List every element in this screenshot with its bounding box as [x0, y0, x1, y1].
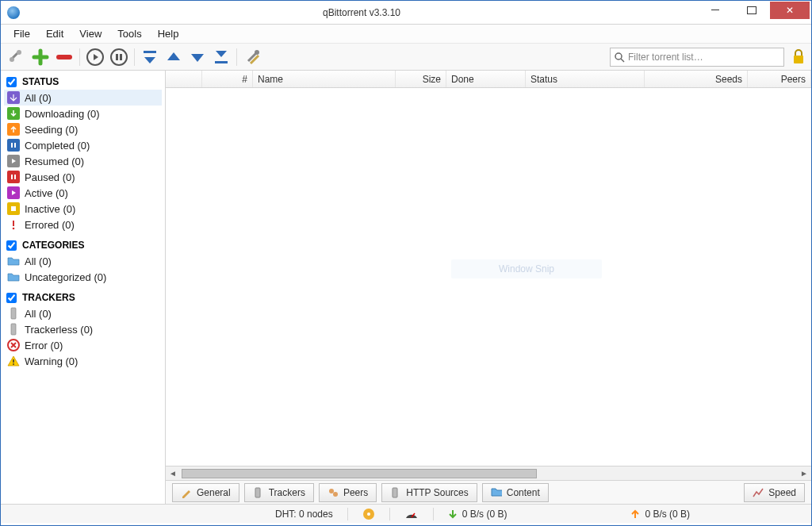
status-header-label: STATUS — [22, 76, 59, 87]
upload-speed[interactable]: 0 B/s (0 B) — [630, 509, 690, 520]
col-name[interactable]: Name — [253, 71, 396, 87]
speed-limit-button[interactable] — [404, 509, 419, 520]
svg-rect-11 — [794, 56, 803, 63]
horizontal-scrollbar[interactable]: ◄ ► — [166, 466, 811, 480]
svg-rect-7 — [144, 51, 156, 53]
trackers-group-header[interactable]: TRACKERS — [4, 290, 162, 305]
svg-point-4 — [111, 49, 127, 65]
filter-seeding-label: Seeding (0) — [25, 124, 78, 136]
tracker-warning[interactable]: Warning (0) — [4, 353, 162, 369]
filter-resumed[interactable]: Resumed (0) — [4, 153, 162, 169]
toolbar-separator — [79, 48, 80, 66]
svg-rect-14 — [11, 175, 13, 179]
categories-header-label: CATEGORIES — [22, 240, 84, 251]
folder-icon — [7, 255, 20, 267]
filter-inactive[interactable]: Inactive (0) — [4, 201, 162, 217]
scroll-left-button[interactable]: ◄ — [166, 467, 180, 480]
tab-trackers[interactable]: Trackers — [244, 483, 314, 502]
svg-rect-18 — [11, 308, 16, 319]
categories-toggle-checkbox[interactable] — [6, 240, 17, 251]
download-speed[interactable]: 0 B/s (0 B) — [448, 509, 508, 520]
sidebar: STATUS All (0) Downloading (0) Seeding (… — [1, 71, 166, 504]
add-torrent-file-button[interactable] — [29, 46, 52, 68]
tab-general[interactable]: General — [172, 483, 239, 502]
svg-rect-15 — [14, 175, 16, 179]
lock-button[interactable] — [791, 48, 806, 67]
category-uncategorized-label: Uncategorized (0) — [25, 271, 106, 283]
scroll-track[interactable] — [538, 469, 797, 478]
svg-rect-2 — [56, 55, 72, 60]
pause-icon — [109, 48, 128, 67]
play-icon — [86, 48, 105, 67]
tracker-error-label: Error (0) — [25, 340, 63, 351]
svg-rect-5 — [116, 54, 118, 60]
filter-downloading[interactable]: Downloading (0) — [4, 106, 162, 121]
menu-bar: File Edit View Tools Help — [1, 25, 811, 44]
tab-peers[interactable]: Peers — [319, 483, 377, 502]
move-down-button[interactable] — [186, 46, 209, 68]
tracker-error[interactable]: Error (0) — [4, 337, 162, 353]
remove-torrent-button[interactable] — [53, 46, 75, 68]
pencil-icon — [181, 487, 192, 498]
tab-http-sources[interactable]: HTTP Sources — [381, 483, 477, 502]
col-peers[interactable]: Peers — [748, 71, 811, 87]
menu-tools[interactable]: Tools — [109, 25, 149, 43]
scroll-right-button[interactable]: ► — [797, 467, 811, 480]
error-circle-icon — [7, 339, 20, 351]
pause-button[interactable] — [108, 46, 130, 68]
filter-all-label: All (0) — [25, 92, 52, 104]
move-top-button[interactable] — [139, 46, 161, 68]
torrent-table-body: Window Snip — [166, 88, 811, 466]
speed-icon — [753, 487, 764, 498]
tab-content[interactable]: Content — [482, 483, 549, 502]
filter-errored[interactable]: Errored (0) — [4, 217, 162, 232]
disk-status[interactable] — [362, 508, 375, 520]
filter-search[interactable] — [610, 48, 784, 67]
add-torrent-link-button[interactable] — [6, 46, 28, 68]
col-done[interactable]: Done — [446, 71, 526, 87]
trackers-toggle-checkbox[interactable] — [6, 293, 17, 303]
status-toggle-checkbox[interactable] — [6, 77, 17, 87]
svg-rect-19 — [11, 324, 16, 335]
minimize-button[interactable] — [697, 2, 733, 19]
move-bottom-button[interactable] — [210, 46, 232, 68]
preferences-button[interactable] — [241, 46, 263, 68]
plus-icon — [32, 48, 49, 66]
filter-seeding[interactable]: Seeding (0) — [4, 121, 162, 137]
scroll-thumb[interactable] — [182, 469, 537, 478]
filter-active[interactable]: Active (0) — [4, 185, 162, 201]
status-group-header[interactable]: STATUS — [4, 74, 162, 90]
menu-help[interactable]: Help — [150, 25, 187, 43]
categories-group-header[interactable]: CATEGORIES — [4, 237, 162, 253]
resume-button[interactable] — [84, 46, 106, 68]
filter-completed[interactable]: Completed (0) — [4, 137, 162, 153]
down-arrow-icon — [448, 509, 458, 519]
col-seeds[interactable]: Seeds — [645, 71, 748, 87]
close-button[interactable] — [770, 2, 810, 19]
move-up-button[interactable] — [163, 46, 185, 68]
lock-icon — [791, 49, 806, 65]
col-status[interactable]: Status — [526, 71, 645, 87]
tab-speed[interactable]: Speed — [744, 483, 805, 502]
filter-all[interactable]: All (0) — [4, 90, 162, 106]
svg-point-24 — [333, 492, 338, 497]
upload-icon — [7, 123, 20, 136]
maximize-button[interactable] — [733, 2, 770, 19]
menu-view[interactable]: View — [71, 25, 109, 43]
tracker-trackerless[interactable]: Trackerless (0) — [4, 321, 162, 337]
menu-edit[interactable]: Edit — [38, 25, 71, 43]
filter-input[interactable] — [628, 52, 780, 63]
category-uncategorized[interactable]: Uncategorized (0) — [4, 269, 162, 285]
tracker-all[interactable]: All (0) — [4, 305, 162, 321]
category-all[interactable]: All (0) — [4, 253, 162, 269]
col-num[interactable]: # — [202, 71, 253, 87]
gauge-icon — [404, 509, 419, 520]
filter-downloading-label: Downloading (0) — [25, 108, 100, 120]
dht-status[interactable]: DHT: 0 nodes — [275, 509, 333, 520]
menu-file[interactable]: File — [6, 25, 38, 43]
up-icon — [166, 49, 182, 65]
col-size[interactable]: Size — [396, 71, 446, 87]
trackers-header-label: TRACKERS — [22, 292, 75, 303]
filter-errored-label: Errored (0) — [25, 219, 75, 231]
filter-paused[interactable]: Paused (0) — [4, 169, 162, 185]
